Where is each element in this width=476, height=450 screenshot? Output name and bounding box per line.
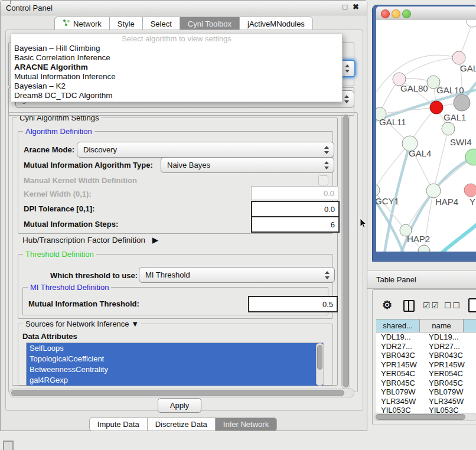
apply-button[interactable]: Apply xyxy=(158,398,201,413)
split-columns-icon[interactable] xyxy=(403,300,415,312)
dropdown-item-aracne-algorithm[interactable]: ARACNE Algorithm xyxy=(11,63,342,72)
bottom-tab-impute-data[interactable]: Impute Data xyxy=(89,418,147,431)
manual-kernel-checkbox[interactable] xyxy=(318,175,328,185)
table-row[interactable]: YPR145WYPR145W9. xyxy=(376,360,476,370)
manual-kernel-label: Manual Kernel Width Definition xyxy=(24,176,137,185)
dpi-tolerance-field[interactable]: 0.0 xyxy=(251,201,340,217)
table-row[interactable]: YDR27...YDR27...12 xyxy=(376,342,476,351)
table-cell[interactable]: YPR145W xyxy=(376,360,424,370)
gear-icon[interactable]: ⚙ xyxy=(382,298,392,312)
table-cell[interactable]: YDR27... xyxy=(424,342,472,351)
attribute-item-betweennesscentrality[interactable]: BetweennessCentrality xyxy=(27,364,323,375)
dropdown-item-basic-correlation-inference[interactable]: Basic Correlation Inference xyxy=(11,53,342,63)
table-cell[interactable] xyxy=(472,387,476,397)
combo-arrows-icon xyxy=(344,95,350,103)
network-node-swi4[interactable] xyxy=(465,149,476,165)
bottom-tab-infer-network[interactable]: Infer Network xyxy=(215,418,277,431)
table-row[interactable]: YDL19...YDL19...13 xyxy=(376,332,476,342)
table-horizontal-scrollbar[interactable] xyxy=(374,413,476,421)
table-cell[interactable]: YER054C xyxy=(376,369,424,379)
tab-jactivemnodules[interactable]: jActiveMNodules xyxy=(239,17,313,31)
table-row[interactable]: YLR345WYLR345W9. xyxy=(376,397,476,406)
kernel-width-field[interactable]: 0.0 xyxy=(251,186,338,200)
column-header-shared-[interactable]: shared... xyxy=(376,319,420,332)
column-header-name[interactable]: name xyxy=(420,319,464,332)
table-cell[interactable]: YBR043C xyxy=(424,351,472,360)
table-cell[interactable]: YBL079W xyxy=(424,387,472,397)
network-node-gcy1[interactable] xyxy=(376,184,380,196)
document-icon[interactable] xyxy=(468,298,476,312)
panel-grip-icon[interactable] xyxy=(3,441,14,450)
table-cell[interactable]: 12 xyxy=(472,342,476,351)
table-cell[interactable]: YDL19... xyxy=(376,332,424,342)
collapse-down-arrow-icon[interactable]: ▼ xyxy=(131,319,139,328)
node-label: GAL11 xyxy=(379,117,406,127)
expand-right-arrow-icon[interactable]: ▶ xyxy=(152,236,158,244)
bottom-tab-discretize-data[interactable]: Discretize Data xyxy=(147,418,215,431)
close-traffic-light[interactable] xyxy=(381,9,390,18)
table-cell[interactable]: YLR345W xyxy=(424,397,472,406)
mi-threshold-field[interactable]: 0.5 xyxy=(248,296,338,312)
scrollbar-thumb[interactable] xyxy=(317,345,322,370)
which-threshold-combobox[interactable]: MI Threshold xyxy=(139,267,335,283)
tab-network[interactable]: Network xyxy=(54,17,109,31)
network-node[interactable] xyxy=(454,94,470,111)
hub-definition-toggle[interactable]: Hub/Transcription Factor Definition ▶ xyxy=(22,235,158,244)
float-window-button[interactable]: □ xyxy=(343,2,347,11)
table-cell[interactable]: YLR345W xyxy=(376,397,424,406)
mi-threshold-title: MI Threshold Definition xyxy=(28,283,111,292)
tab-select[interactable]: Select xyxy=(142,17,180,31)
tab-cyni-toolbox[interactable]: Cyni Toolbox xyxy=(180,17,239,31)
aracne-mode-combobox[interactable]: Discovery xyxy=(77,142,334,158)
dropdown-item-mutual-information-inference[interactable]: Mutual Information Inference xyxy=(11,72,342,81)
attribute-item-gal4rgexp[interactable]: gal4RGexp xyxy=(27,375,323,386)
settings-vertical-scrollbar[interactable] xyxy=(341,114,350,389)
network-node-gal1[interactable] xyxy=(430,101,443,114)
table-row[interactable]: YBR043CYBR043C xyxy=(376,351,476,360)
unchecked-columns-icon[interactable]: ☐☐ xyxy=(444,301,461,310)
checked-columns-icon[interactable]: ☑☑ xyxy=(423,301,440,310)
table-cell[interactable]: YPR145W xyxy=(424,360,472,370)
table-cell[interactable]: YBR045C xyxy=(424,379,472,388)
table-cell[interactable]: YDR27... xyxy=(376,342,424,351)
dropdown-item-dream8-dc-tdc-algorithm[interactable]: Dream8 DC_TDC Algorithm xyxy=(11,91,342,100)
table-cell[interactable]: 9. xyxy=(472,397,476,406)
table-cell[interactable] xyxy=(472,351,476,360)
table-row[interactable]: YBL079WYBL079W xyxy=(376,387,476,397)
zoom-traffic-light[interactable] xyxy=(402,9,411,18)
tab-style[interactable]: Style xyxy=(109,17,142,31)
network-node[interactable] xyxy=(418,245,430,252)
network-node[interactable] xyxy=(467,20,476,27)
mi-steps-field[interactable]: 6 xyxy=(251,216,340,233)
table-row[interactable]: YER054CYER054C8. xyxy=(376,369,476,379)
table-cell[interactable]: 9. xyxy=(472,360,476,370)
scrollbar-thumb[interactable] xyxy=(343,116,349,387)
network-node-hap4[interactable] xyxy=(426,184,441,198)
table-cell[interactable]: YBR043C xyxy=(376,351,424,360)
network-node-gal7[interactable] xyxy=(452,51,465,64)
table-cell[interactable]: YER054C xyxy=(424,369,472,379)
minimize-traffic-light[interactable] xyxy=(392,9,400,18)
network-node[interactable] xyxy=(442,122,455,135)
table-row[interactable]: YBR045CYBR045C9. xyxy=(376,379,476,388)
table-cell[interactable]: YBR045C xyxy=(376,379,424,388)
column-header-a[interactable]: A xyxy=(464,319,476,332)
table-cell[interactable]: 13 xyxy=(472,332,476,342)
dropdown-item-bayesian-k2[interactable]: Bayesian – K2 xyxy=(11,81,342,91)
scrollbar-thumb[interactable] xyxy=(11,390,344,396)
scrollbar-thumb[interactable] xyxy=(376,414,465,420)
table-cell[interactable]: 8. xyxy=(472,369,476,379)
attribute-item-selfloops[interactable]: SelfLoops xyxy=(27,343,323,354)
table-cell[interactable]: YBL079W xyxy=(376,387,424,397)
dropdown-item-bayesian-hill-climbing[interactable]: Bayesian – Hill Climbing xyxy=(11,44,342,53)
kernel-width-label: Kernel Width (0,1): xyxy=(24,190,92,198)
network-canvas[interactable]: GAL7GAL80GAL10GAL1GAL11GAL4SWI4GCY1HAP4Y… xyxy=(376,20,476,252)
mi-algorithm-type-combobox[interactable]: Naive Bayes xyxy=(161,157,334,173)
table-cell[interactable]: YDL19... xyxy=(424,332,472,342)
network-node-y[interactable] xyxy=(464,184,476,197)
settings-horizontal-scrollbar[interactable] xyxy=(9,389,354,397)
close-window-button[interactable]: ✖ xyxy=(353,2,359,11)
attributes-list-scrollbar[interactable] xyxy=(316,343,324,386)
table-cell[interactable]: 9. xyxy=(472,379,476,388)
attribute-item-topologicalcoefficient[interactable]: TopologicalCoefficient xyxy=(27,354,323,364)
